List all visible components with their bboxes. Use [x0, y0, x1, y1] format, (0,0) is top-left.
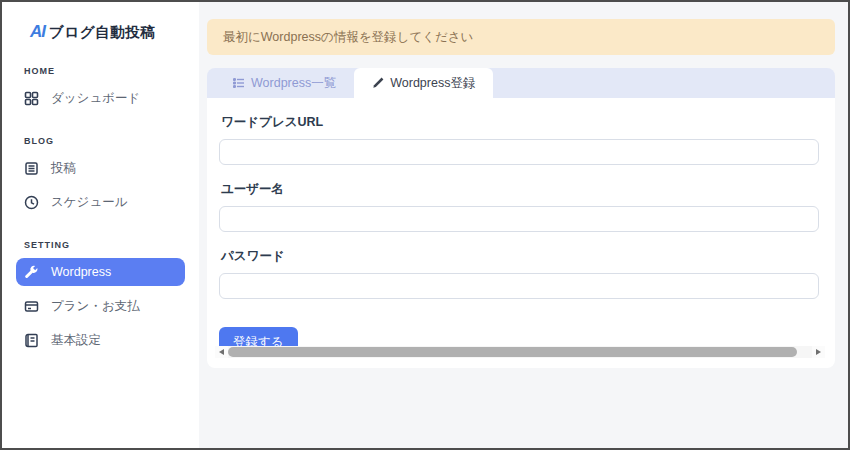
logo-ai-mark: AI — [30, 22, 45, 42]
tab-label: Wordpress登録 — [390, 75, 475, 92]
section-label-setting: SETTING — [24, 240, 185, 250]
scroll-right-button[interactable] — [812, 346, 825, 358]
sidebar-item-schedule[interactable]: スケジュール — [16, 188, 185, 216]
scrollbar-track[interactable] — [228, 347, 812, 357]
wordpress-register-panel: ワードプレスURL ユーザー名 パスワード 登録する — [207, 98, 835, 368]
wrench-icon — [24, 265, 39, 280]
scrollbar-thumb[interactable] — [228, 347, 797, 357]
username-label: ユーザー名 — [221, 181, 823, 198]
pencil-icon — [372, 77, 384, 89]
sidebar-item-posts[interactable]: 投稿 — [16, 154, 185, 182]
sidebar-item-basic-settings[interactable]: 基本設定 — [16, 326, 185, 354]
settings-document-icon — [24, 333, 39, 348]
sidebar-item-label: Wordpress — [51, 265, 111, 279]
password-input[interactable] — [219, 273, 819, 299]
info-banner: 最初にWordpressの情報を登録してください — [207, 19, 835, 55]
sidebar-item-label: スケジュール — [51, 194, 127, 211]
sidebar-item-dashboard[interactable]: ダッシュボード — [16, 84, 185, 112]
tab-wordpress-list[interactable]: Wordpress一覧 — [215, 68, 354, 98]
sidebar-item-plan-payment[interactable]: プラン・お支払 — [16, 292, 185, 320]
username-input[interactable] — [219, 206, 819, 232]
info-banner-message: 最初にWordpressの情報を登録してください — [223, 29, 473, 46]
section-label-home: HOME — [24, 66, 185, 76]
clock-icon — [24, 195, 39, 210]
tab-wordpress-register[interactable]: Wordpress登録 — [354, 68, 493, 98]
app-window: AI ブログ自動投稿 HOME ダッシュボード BLOG — [0, 0, 850, 450]
dashboard-grid-icon — [24, 91, 39, 106]
wordpress-url-label: ワードプレスURL — [221, 114, 823, 131]
right-arrow-icon — [816, 349, 821, 355]
sidebar-item-wordpress[interactable]: Wordpress — [16, 258, 185, 286]
tab-label: Wordpress一覧 — [251, 75, 336, 92]
main-content: 最初にWordpressの情報を登録してください Wordpress一覧 — [199, 2, 848, 448]
sidebar-item-label: 投稿 — [51, 160, 76, 177]
credit-card-icon — [24, 299, 39, 314]
password-label: パスワード — [221, 248, 823, 265]
app-logo: AI ブログ自動投稿 — [16, 22, 185, 42]
sidebar-item-label: ダッシュボード — [51, 90, 140, 107]
sidebar-item-label: プラン・お支払 — [51, 298, 140, 315]
left-arrow-icon — [219, 349, 224, 355]
logo-title: ブログ自動投稿 — [49, 23, 155, 42]
tab-bar: Wordpress一覧 Wordpress登録 — [207, 68, 835, 98]
post-document-icon — [24, 161, 39, 176]
scroll-left-button[interactable] — [215, 346, 228, 358]
section-label-blog: BLOG — [24, 136, 185, 146]
wordpress-url-input[interactable] — [219, 139, 819, 165]
sidebar: AI ブログ自動投稿 HOME ダッシュボード BLOG — [2, 2, 199, 448]
sidebar-item-label: 基本設定 — [51, 332, 101, 349]
list-icon — [233, 77, 245, 89]
horizontal-scrollbar[interactable] — [215, 346, 825, 358]
